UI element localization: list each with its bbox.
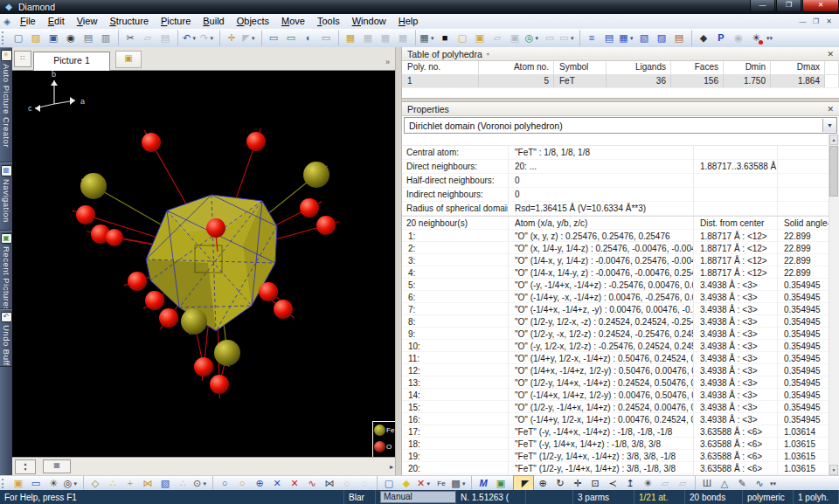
dropdown-arrow-icon[interactable]: ▼ (209, 36, 214, 41)
property-row[interactable]: Radius of spherical domain:Rsd=1.36415 Å… (402, 202, 829, 216)
new-picture-tab-button[interactable]: ▣ (115, 51, 142, 68)
maximize-button[interactable]: ❐ (776, 0, 801, 12)
menu-item-view[interactable]: View (71, 15, 104, 28)
property-row[interactable]: Indirect neighbours:0 (402, 188, 829, 202)
menu-item-tools[interactable]: Tools (311, 15, 346, 28)
polyhedra-col-atomno[interactable]: Atom no. (479, 61, 554, 74)
dropdown-arrow-icon[interactable]: ▼ (534, 36, 539, 41)
send-picture-icon[interactable]: ▭ (541, 30, 558, 46)
neighbour-row[interactable]: 4:"O" (1/4-x, 1/4-y, z) : -0.00476, -0.0… (402, 266, 829, 279)
properties-category-select[interactable]: Dirichlet domain (Voronoi polyhedron) ▼ (404, 117, 837, 134)
spin-down-icon[interactable]: ▼ (24, 466, 28, 472)
close-button[interactable]: ✕ (802, 0, 839, 12)
menu-item-build[interactable]: Build (197, 15, 230, 28)
minimize-button[interactable]: — (750, 0, 775, 12)
neighbour-row[interactable]: 7:"O" (-1/4+x, -1/4+z, -y) : 0.00476, 0.… (402, 303, 829, 315)
property-row[interactable]: Half-direct neighbours:0 (402, 174, 829, 188)
neighbour-row[interactable]: 16:"O" (-1/4+y, 1/2-x, 1/4+z) : 0.00476,… (402, 413, 829, 425)
table-gray-2-icon[interactable]: ▦ (377, 30, 394, 46)
more-tabs-chevron-icon[interactable]: » (385, 58, 390, 66)
dropdown-arrow-icon[interactable]: ▼ (73, 481, 78, 487)
dropdown-arrow-icon[interactable]: ▼ (461, 481, 467, 487)
dropdown-arrow-icon[interactable]: ▼ (202, 481, 207, 487)
atom-o[interactable] (159, 308, 178, 328)
atom-fe[interactable] (181, 308, 207, 335)
neighbour-row[interactable]: 11:"O" (1/4+y, 1/2-x, -1/4+z) : 0.50476,… (402, 352, 829, 364)
atom-o[interactable] (206, 218, 225, 238)
new-picture-icon[interactable]: ▢ (454, 30, 471, 46)
polyhedra-col-faces[interactable]: Faces (671, 61, 724, 74)
folder-picture-icon[interactable]: ▣ (471, 30, 489, 46)
print-icon[interactable]: ▥ (97, 30, 114, 46)
combo-dropdown-icon[interactable]: ▼ (822, 119, 836, 132)
grid-menu-icon[interactable]: ▦▼ (415, 30, 436, 46)
redo-icon[interactable]: ↷▼ (198, 30, 216, 46)
paste-icon[interactable]: ▤ (156, 30, 174, 46)
neighbour-row[interactable]: 9:"O" (1/2-y, -x, 1/2-z) : 0.24524, -0.2… (402, 328, 829, 340)
status-mode-box[interactable]: Manual (380, 491, 456, 503)
toolbar-grip[interactable] (2, 31, 8, 45)
tools-customize-icon[interactable]: ✳ (747, 30, 765, 46)
render-view-icon[interactable]: ■ (436, 30, 454, 46)
scroll-thumb[interactable] (829, 146, 838, 197)
cut-icon[interactable]: ✂ (118, 30, 139, 46)
sidebar-tab-auto-picture-creator[interactable]: ✳Auto Picture Creator (0, 47, 12, 162)
pane-grid-button[interactable]: ∷ (14, 51, 31, 67)
web-export-icon[interactable]: ◎▼ (524, 30, 541, 46)
toolbar-options-icon[interactable]: ▾▾ (766, 35, 773, 42)
view-table-icon[interactable]: ▦▼ (618, 30, 635, 46)
atom-o[interactable] (246, 132, 266, 151)
select-arrow-icon[interactable]: ◤▼ (240, 30, 258, 46)
structure-canvas[interactable]: abcFeO (12, 71, 395, 457)
save-icon[interactable]: ▣ (45, 30, 62, 46)
lock-picture-icon[interactable]: ▣ (506, 30, 524, 46)
polyhedra-pane-close-icon[interactable]: ✕ (827, 50, 834, 59)
sidebar-tab-recent-pictures[interactable]: ▣Recent Pictures (0, 231, 12, 309)
properties-pane-close-icon[interactable]: ✕ (827, 105, 834, 114)
chart-histogram-icon[interactable]: ▨ (653, 30, 670, 46)
dropdown-arrow-icon[interactable]: ▼ (629, 36, 634, 41)
atom-o[interactable] (274, 300, 293, 319)
atom-o[interactable] (300, 198, 319, 217)
table-colored-icon[interactable]: ▦ (338, 30, 359, 46)
toolbar-grip[interactable] (2, 479, 8, 489)
menu-item-window[interactable]: Window (346, 15, 392, 28)
neighbour-row[interactable]: 20:"FeT" (1/2-y, -1/4+x, 1/4+z) : 3/8, -… (402, 462, 829, 474)
neighbour-row[interactable]: 5:"O" (-y, -1/4+x, -1/4+z) : -0.25476, 0… (402, 279, 829, 291)
neighbour-row[interactable]: 18:"FeT" (-y, 1/4+x, 1/4+z) : -1/8, 3/8,… (402, 438, 829, 450)
polyhedra-col-polyno[interactable]: Poly. no. (402, 61, 479, 74)
polyhedra-col-dmin[interactable]: Dmin (724, 61, 771, 74)
atom-o[interactable] (259, 282, 278, 301)
pan-hand-icon[interactable]: ✛ (219, 30, 240, 46)
mdi-restore-button[interactable]: ❐ (809, 17, 822, 25)
atom-o[interactable] (76, 205, 95, 224)
neighbour-row[interactable]: 8:"O" (1/2-y, 1/2-x, -z) : 0.24524, 0.24… (402, 315, 829, 328)
toolbar-options-icon[interactable]: ▾▾ (770, 480, 776, 487)
document-icon[interactable]: ◈ (0, 17, 14, 26)
scroll-up-icon[interactable]: ▲ (829, 135, 838, 145)
powder-pattern-icon[interactable]: P (712, 30, 730, 46)
scroll-down-icon[interactable]: ▼ (829, 465, 838, 475)
neighbour-row[interactable]: 3:"O" (1/4-x, y, 1/4-z) : -0.00476, 0.25… (402, 254, 829, 266)
atom-fe[interactable] (214, 340, 240, 366)
menu-item-move[interactable]: Move (275, 15, 311, 28)
atom-o[interactable] (145, 291, 164, 310)
property-row[interactable]: Central atom:"FeT" : 1/8, 1/8, 1/8 (402, 146, 829, 160)
crystal-structure-svg[interactable]: abc (12, 71, 395, 457)
menu-item-structure[interactable]: Structure (103, 15, 155, 28)
menu-item-edit[interactable]: Edit (42, 15, 71, 28)
menu-item-file[interactable]: File (14, 15, 42, 28)
picture-window-green-icon[interactable]: ▭ (282, 30, 300, 46)
table-gray-3-icon[interactable]: ▦ (394, 30, 412, 46)
atom-o[interactable] (106, 229, 123, 246)
tab-picture-1[interactable]: Picture 1 (33, 52, 110, 71)
picture-window-blue-icon[interactable]: ▭ (261, 30, 282, 46)
table-gray-1-icon[interactable]: ▦ (359, 30, 377, 46)
atom-fe[interactable] (303, 162, 329, 188)
menu-item-picture[interactable]: Picture (155, 15, 197, 28)
properties-scrollbar[interactable]: ▲ ▼ (829, 135, 839, 475)
chart-distance-icon[interactable]: ▧ (635, 30, 653, 46)
tray-nav-icon[interactable]: ▸ (390, 463, 393, 471)
neighbour-row[interactable]: 10:"O" (-y, 1/2-x, 1/2-z) : -0.25476, 0.… (402, 340, 829, 352)
neighbour-row[interactable]: 15:"O" (1/2-y, -1/4+x, 1/4+z) : 0.24524,… (402, 401, 829, 413)
